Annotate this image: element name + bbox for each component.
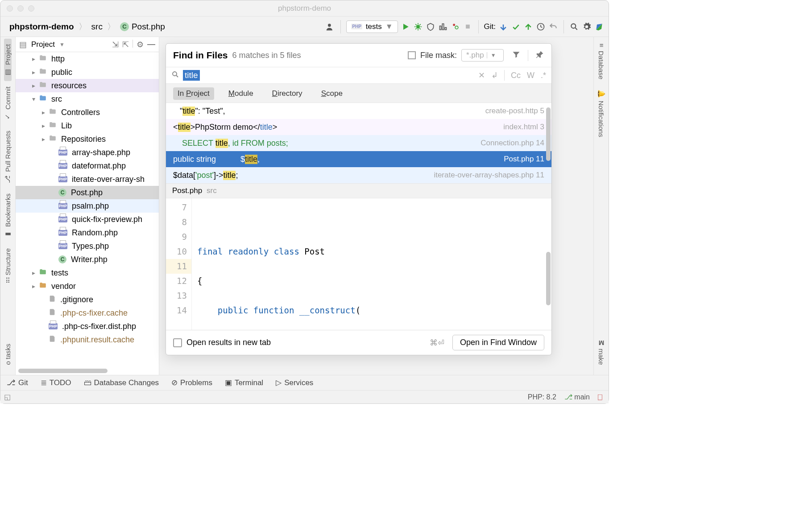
services-tool-tab[interactable]: ▷Services xyxy=(276,378,313,387)
search-everywhere-icon[interactable] xyxy=(569,22,579,32)
tree-row[interactable]: resources xyxy=(16,79,159,92)
scope-tab-project[interactable]: In Project xyxy=(173,87,214,100)
scope-tab-directory[interactable]: Directory xyxy=(268,87,307,100)
crumb-file[interactable]: Post.php xyxy=(132,22,165,32)
hide-icon[interactable]: — xyxy=(147,40,155,49)
expand-all-icon[interactable]: ⇱ xyxy=(122,40,129,49)
project-tool-tab[interactable]: ▤ Project xyxy=(4,39,12,81)
make-tool-tab[interactable]: M make xyxy=(597,335,605,370)
profile-icon[interactable] xyxy=(438,22,448,32)
tree-row[interactable]: PHPquick-fix-preview.ph xyxy=(16,213,159,226)
user-icon[interactable] xyxy=(325,22,335,32)
todo-tool-tab[interactable]: ≣TODO xyxy=(41,378,71,387)
tree-arrow-icon[interactable] xyxy=(30,283,37,290)
preview-scrollbar[interactable] xyxy=(546,252,551,305)
crumb-root[interactable]: phpstorm-demo xyxy=(9,22,74,32)
structure-tool-tab[interactable]: ⠿ Structure xyxy=(4,243,12,288)
select-opened-icon[interactable]: ⇲ xyxy=(112,40,119,49)
tree-row[interactable]: PHPiterate-over-array-sh xyxy=(16,173,159,186)
tree-arrow-icon[interactable] xyxy=(30,69,37,76)
database-tool-tab[interactable]: ≡ Database xyxy=(597,39,605,85)
git-branch[interactable]: ⎇ main xyxy=(564,393,590,401)
regex-toggle[interactable]: .* xyxy=(541,71,546,80)
tree-row[interactable]: public xyxy=(16,66,159,79)
result-row[interactable]: <title>PhpStorm demo</title> index.html … xyxy=(166,119,551,135)
scope-tab-scope[interactable]: Scope xyxy=(317,87,347,100)
tree-row[interactable]: .gitignore xyxy=(16,293,159,306)
tree-arrow-icon[interactable] xyxy=(40,109,47,116)
tree-row[interactable]: PHPRandom.php xyxy=(16,226,159,239)
scope-tab-module[interactable]: Module xyxy=(224,87,258,100)
notifications-tool-tab[interactable]: 🔔 Notifications xyxy=(597,85,605,143)
newline-toggle-icon[interactable]: ↲ xyxy=(491,70,498,80)
h-scrollbar[interactable] xyxy=(18,369,108,373)
dbchanges-tool-tab[interactable]: 🗃Database Changes xyxy=(84,378,159,387)
tasks-tool-tab[interactable]: o tasks xyxy=(4,338,12,370)
result-row[interactable]: SELECT title, id FROM posts; Connection.… xyxy=(166,135,551,151)
tree-arrow-icon[interactable] xyxy=(40,122,47,129)
stop-icon[interactable]: ■ xyxy=(463,22,473,32)
tree-row[interactable]: vendor xyxy=(16,279,159,293)
tree-row[interactable]: tests xyxy=(16,266,159,279)
open-new-tab-checkbox[interactable] xyxy=(173,338,182,347)
crumb-src[interactable]: src xyxy=(91,22,103,32)
push-icon[interactable] xyxy=(523,22,533,32)
git-tool-tab[interactable]: ⎇Git xyxy=(7,378,28,387)
tree-arrow-icon[interactable] xyxy=(30,95,37,103)
filter-icon[interactable] xyxy=(512,50,521,61)
chevron-down-icon[interactable]: ▼ xyxy=(59,41,65,48)
result-row-selected[interactable]: public string $title, Post.php 11 xyxy=(166,151,551,167)
match-case-toggle[interactable]: Cc xyxy=(511,71,521,80)
file-mask-checkbox[interactable] xyxy=(408,51,416,59)
tree-row[interactable]: http xyxy=(16,52,159,66)
tree-row[interactable]: Lib xyxy=(16,119,159,132)
tree-row[interactable]: PHParray-shape.php xyxy=(16,146,159,159)
clear-icon[interactable]: ✕ xyxy=(478,70,485,80)
results-list[interactable]: "title": "Test", create-post.http 5 <tit… xyxy=(166,103,551,183)
tree-row[interactable]: src xyxy=(16,92,159,106)
project-scope-label[interactable]: Project xyxy=(31,40,55,49)
process-indicator-icon[interactable]: ⎕ xyxy=(598,393,602,401)
tree-row[interactable]: PHPTypes.php xyxy=(16,239,159,253)
pin-icon[interactable] xyxy=(535,50,544,61)
problems-tool-tab[interactable]: ⊘Problems xyxy=(171,378,212,387)
code-preview[interactable]: 7 8 9 10 11 12 13 14 final readonly clas… xyxy=(166,198,551,330)
tree-row[interactable]: Repositories xyxy=(16,132,159,146)
show-toolwindows-icon[interactable]: ◱ xyxy=(4,393,11,401)
run-debug-dots-icon[interactable] xyxy=(451,22,460,32)
result-row[interactable]: "title": "Test", create-post.http 5 xyxy=(166,103,551,119)
tree-arrow-icon[interactable] xyxy=(30,269,37,276)
tree-row[interactable]: Controllers xyxy=(16,106,159,119)
tree-arrow-icon[interactable] xyxy=(30,82,37,89)
result-row[interactable]: $data['post']->title; iterate-over-array… xyxy=(166,167,551,183)
rollback-icon[interactable] xyxy=(548,22,558,32)
gear-icon[interactable]: ⚙ xyxy=(137,40,144,49)
words-toggle[interactable]: W xyxy=(527,71,534,80)
tree-row[interactable]: PHPpsalm.php xyxy=(16,199,159,213)
tree-row[interactable]: .phpunit.result.cache xyxy=(16,333,159,346)
run-config-select[interactable]: PHP tests ▼ xyxy=(346,21,398,33)
jetbrains-logo-icon[interactable] xyxy=(594,22,604,32)
tree-arrow-icon[interactable] xyxy=(30,55,37,62)
tree-row[interactable]: CWriter.php xyxy=(16,253,159,266)
tree-row[interactable]: CPost.php xyxy=(16,186,159,199)
settings-icon[interactable] xyxy=(582,22,592,32)
file-mask-input[interactable]: *.php ▼ xyxy=(461,49,504,62)
chevron-down-icon[interactable]: ▼ xyxy=(487,52,496,58)
debug-icon[interactable] xyxy=(413,22,423,32)
commit-icon[interactable] xyxy=(511,22,521,32)
php-version[interactable]: PHP: 8.2 xyxy=(528,393,556,401)
tree-arrow-icon[interactable] xyxy=(40,136,47,143)
tree-row[interactable]: PHPdateformat.php xyxy=(16,159,159,173)
run-icon[interactable] xyxy=(401,22,410,32)
tree-row[interactable]: .php-cs-fixer.cache xyxy=(16,306,159,320)
update-project-icon[interactable] xyxy=(498,22,508,32)
coverage-icon[interactable] xyxy=(426,22,435,32)
pullrequests-tool-tab[interactable]: ⎇ Pull Requests xyxy=(4,125,12,188)
project-tree[interactable]: httppublicresourcessrcControllersLibRepo… xyxy=(16,52,159,375)
tree-row[interactable]: PHP.php-cs-fixer.dist.php xyxy=(16,320,159,333)
commit-tool-tab[interactable]: ✓ Commit xyxy=(4,81,12,126)
bookmarks-tool-tab[interactable]: ▮ Bookmarks xyxy=(4,188,12,243)
results-scrollbar[interactable] xyxy=(546,107,551,161)
search-field[interactable]: title ✕ ↲ Cc W .* xyxy=(166,67,551,84)
